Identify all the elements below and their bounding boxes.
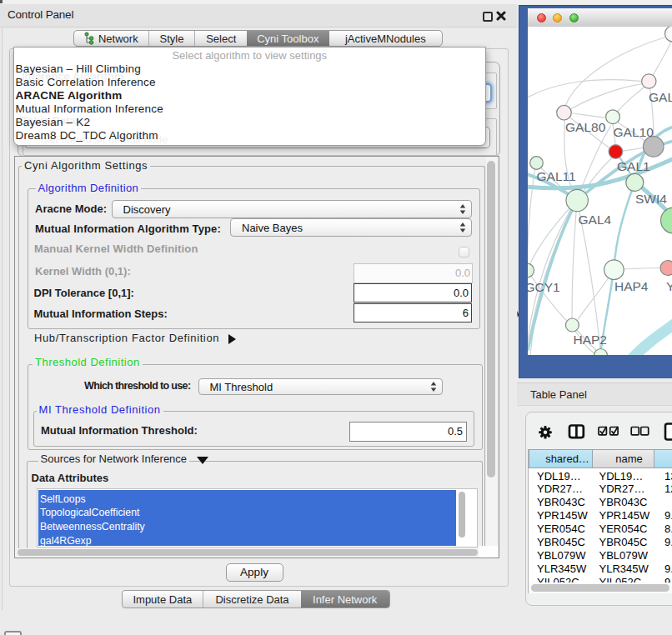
svg-text:GCY1: GCY1 bbox=[528, 279, 560, 293]
svg-text:SWI4: SWI4 bbox=[635, 192, 667, 206]
svg-text:HAP4: HAP4 bbox=[614, 278, 649, 292]
svg-text:HAP2: HAP2 bbox=[574, 332, 608, 347]
svg-text:GAL80: GAL80 bbox=[565, 119, 606, 133]
svg-text:GAL11: GAL11 bbox=[537, 169, 576, 183]
svg-text:GAL1: GAL1 bbox=[617, 159, 650, 173]
svg-text:GAL4: GAL4 bbox=[579, 212, 612, 226]
svg-text:GAL: GAL bbox=[649, 89, 672, 103]
svg-text:Y: Y bbox=[666, 278, 672, 292]
svg-text:GAL10: GAL10 bbox=[614, 125, 654, 139]
